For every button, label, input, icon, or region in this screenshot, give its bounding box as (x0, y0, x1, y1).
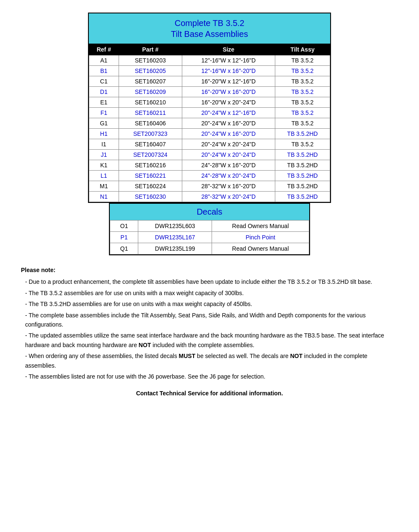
decal-cell-ref: P1 (110, 232, 138, 243)
decal-cell-desc: Read Owners Manual (212, 243, 309, 254)
cell-ref: D1 (89, 87, 119, 97)
decal-cell-ref: O1 (110, 221, 138, 232)
parts-table-body: A1SET16020312"-16"W x 12"-16"DTB 3.5.2B1… (89, 55, 330, 202)
notes-section: Please note: - Due to a product enhancem… (21, 265, 398, 398)
cell-size: 16"-20"W x 16"-20"D (182, 87, 275, 97)
cell-tilt: TB 3.5.2HD (275, 171, 330, 181)
table-row: C1SET16020716"-20"W x 12"-16"DTB 3.5.2 (89, 76, 330, 87)
cell-part: SET160221 (119, 171, 182, 181)
decals-table: O1DWR1235L603Read Owners ManualP1DWR1235… (110, 220, 309, 254)
cell-size: 20"-24"W x 20"-24"D (182, 139, 275, 150)
cell-ref: H1 (89, 129, 119, 139)
contact-line: Contact Technical Service for additional… (21, 389, 398, 398)
cell-part: SET160209 (119, 87, 182, 97)
cell-size: 16"-20"W x 20"-24"D (182, 97, 275, 108)
cell-part: SET160216 (119, 160, 182, 171)
cell-part: SET160205 (119, 66, 182, 76)
cell-part: SET2007323 (119, 129, 182, 139)
table-header-row: Ref # Part # Size Tilt Assy (89, 44, 330, 55)
decal-cell-ref: Q1 (110, 243, 138, 254)
page-wrapper: Complete TB 3.5.2 Tilt Base Assemblies R… (17, 13, 402, 398)
decal-cell-desc: Pinch Point (212, 232, 309, 243)
decal-cell-part: DWR1235L167 (138, 232, 212, 243)
table-row: H1SET200732320"-24"W x 16"-20"DTB 3.5.2H… (89, 129, 330, 139)
decals-row: P1DWR1235L167Pinch Point (110, 232, 309, 243)
cell-tilt: TB 3.5.2 (275, 76, 330, 87)
cell-ref: J1 (89, 150, 119, 160)
cell-size: 20"-24"W x 12"-16"D (182, 108, 275, 118)
decals-title: Decals (110, 204, 309, 220)
cell-part: SET160224 (119, 181, 182, 192)
table-row: L1SET16022124"-28"W x 20"-24"DTB 3.5.2HD (89, 171, 330, 181)
table-row: B1SET16020512"-16"W x 16"-20"DTB 3.5.2 (89, 66, 330, 76)
note-item: - The updated assemblies utilize the sam… (21, 331, 398, 350)
table-row: N1SET16023028"-32"W x 20"-24"DTB 3.5.2HD (89, 192, 330, 202)
cell-size: 24"-28"W x 16"-20"D (182, 160, 275, 171)
cell-tilt: TB 3.5.2HD (275, 150, 330, 160)
note-item: - The complete base assemblies include t… (21, 311, 398, 330)
decal-cell-part: DWR1235L199 (138, 243, 212, 254)
title-line1: Complete TB 3.5.2 (175, 18, 244, 28)
cell-part: SET160210 (119, 97, 182, 108)
col-header-part: Part # (119, 44, 182, 55)
cell-part: SET160406 (119, 118, 182, 129)
cell-tilt: TB 3.5.2 (275, 66, 330, 76)
cell-tilt: TB 3.5.2 (275, 87, 330, 97)
cell-ref: C1 (89, 76, 119, 87)
cell-tilt: TB 3.5.2 (275, 108, 330, 118)
parts-table: Ref # Part # Size Tilt Assy A1SET1602031… (89, 44, 330, 202)
cell-ref: M1 (89, 181, 119, 192)
cell-size: 28"-32"W x 16"-20"D (182, 181, 275, 192)
table-row: G1SET16040620"-24"W x 16"-20"DTB 3.5.2 (89, 118, 330, 129)
cell-ref: A1 (89, 55, 119, 66)
note-item: - The TB 3.5.2 assemblies are for use on… (21, 288, 398, 298)
cell-part: SET160211 (119, 108, 182, 118)
cell-tilt: TB 3.5.2HD (275, 160, 330, 171)
cell-part: SET160203 (119, 55, 182, 66)
cell-size: 28"-32"W x 20"-24"D (182, 192, 275, 202)
cell-tilt: TB 3.5.2 (275, 97, 330, 108)
notes-list: - Due to a product enhancement, the comp… (21, 277, 398, 381)
table-row: D1SET16020916"-20"W x 16"-20"DTB 3.5.2 (89, 87, 330, 97)
decals-row: Q1DWR1235L199Read Owners Manual (110, 243, 309, 254)
title-line2: Tilt Base Assemblies (171, 29, 248, 39)
cell-size: 20"-24"W x 16"-20"D (182, 129, 275, 139)
cell-size: 16"-20"W x 12"-16"D (182, 76, 275, 87)
col-header-size: Size (182, 44, 275, 55)
note-item: - Due to a product enhancement, the comp… (21, 277, 398, 286)
decals-table-body: O1DWR1235L603Read Owners ManualP1DWR1235… (110, 221, 309, 254)
note-item: - The TB 3.5.2HD assemblies are for use … (21, 299, 398, 309)
cell-tilt: TB 3.5.2 (275, 55, 330, 66)
cell-size: 20"-24"W x 16"-20"D (182, 118, 275, 129)
cell-tilt: TB 3.5.2HD (275, 129, 330, 139)
cell-ref: K1 (89, 160, 119, 171)
cell-tilt: TB 3.5.2 (275, 118, 330, 129)
cell-size: 20"-24"W x 20"-24"D (182, 150, 275, 160)
cell-ref: E1 (89, 97, 119, 108)
cell-part: SET2007324 (119, 150, 182, 160)
cell-ref: N1 (89, 192, 119, 202)
cell-size: 12"-16"W x 16"-20"D (182, 66, 275, 76)
notes-title: Please note: (21, 265, 398, 275)
cell-tilt: TB 3.5.2HD (275, 181, 330, 192)
cell-size: 24"-28"W x 20"-24"D (182, 171, 275, 181)
cell-ref: L1 (89, 171, 119, 181)
decal-cell-part: DWR1235L603 (138, 221, 212, 232)
table-row: F1SET16021120"-24"W x 12"-16"DTB 3.5.2 (89, 108, 330, 118)
note-item: - The assemblies listed are not for use … (21, 372, 398, 381)
table-row: E1SET16021016"-20"W x 20"-24"DTB 3.5.2 (89, 97, 330, 108)
col-header-ref: Ref # (89, 44, 119, 55)
note-item: - When ordering any of these assemblies,… (21, 351, 398, 370)
decals-container: Decals O1DWR1235L603Read Owners ManualP1… (109, 203, 310, 255)
cell-ref: I1 (89, 139, 119, 150)
cell-ref: F1 (89, 108, 119, 118)
decal-cell-desc: Read Owners Manual (212, 221, 309, 232)
table-row: A1SET16020312"-16"W x 12"-16"DTB 3.5.2 (89, 55, 330, 66)
cell-ref: G1 (89, 118, 119, 129)
table-row: K1SET16021624"-28"W x 16"-20"DTB 3.5.2HD (89, 160, 330, 171)
main-table-title: Complete TB 3.5.2 Tilt Base Assemblies (89, 13, 330, 44)
cell-tilt: TB 3.5.2HD (275, 192, 330, 202)
cell-tilt: TB 3.5.2 (275, 139, 330, 150)
cell-ref: B1 (89, 66, 119, 76)
table-row: M1SET16022428"-32"W x 16"-20"DTB 3.5.2HD (89, 181, 330, 192)
